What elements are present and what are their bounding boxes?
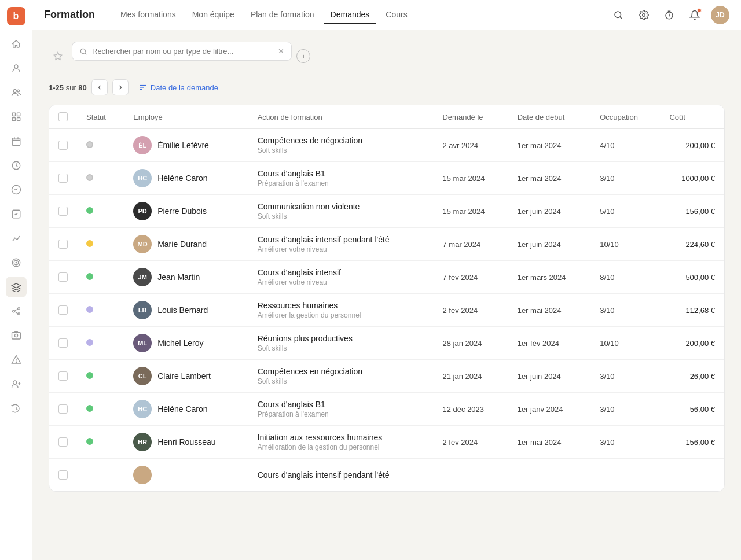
status-dot xyxy=(86,273,93,280)
training-title: Cours d'anglais intensif pendant l'été xyxy=(258,470,424,480)
table-row[interactable]: ML Michel Leroy Réunions plus productive… xyxy=(49,327,724,360)
sidebar-item-alert[interactable] xyxy=(6,349,27,370)
sidebar-item-training[interactable] xyxy=(6,277,27,297)
row-checkbox[interactable] xyxy=(58,338,68,348)
notification-button[interactable] xyxy=(685,6,704,24)
table-row[interactable]: CL Claire Lambert Compétences en négocia… xyxy=(49,360,724,393)
row-checkbox[interactable] xyxy=(58,240,68,249)
svg-rect-6 xyxy=(17,118,20,121)
nav-mon-equipe[interactable]: Mon équipe xyxy=(185,6,241,24)
nav-demandes[interactable]: Demandes xyxy=(324,6,377,24)
svg-line-33 xyxy=(85,53,87,54)
row-checkbox[interactable] xyxy=(58,437,68,447)
table-row[interactable]: MD Marie Durand Cours d'anglais intensif… xyxy=(49,228,724,261)
employee-avatar: MD xyxy=(133,235,152,253)
svg-line-28 xyxy=(620,17,622,19)
nav-cours[interactable]: Cours xyxy=(379,6,414,24)
table-row[interactable]: JM Jean Martin Cours d'anglais intensif … xyxy=(49,261,724,294)
topnav-actions: JD xyxy=(609,6,729,24)
sidebar-item-user-add[interactable] xyxy=(6,374,27,395)
start-date: 1er mai 2024 xyxy=(508,294,591,327)
sidebar-item-group[interactable] xyxy=(6,82,27,103)
cost-value: 156,00 € xyxy=(660,426,724,459)
select-all-checkbox[interactable] xyxy=(58,112,68,121)
sidebar-item-check[interactable] xyxy=(6,204,27,224)
sort-button[interactable]: Date de la demande xyxy=(133,80,224,95)
occupation-value: 8/10 xyxy=(590,261,660,294)
pagination-next[interactable] xyxy=(112,79,129,95)
table-row[interactable]: ÉL Émilie Lefèvre Compétences de négocia… xyxy=(49,129,724,162)
start-date: 1er juin 2024 xyxy=(508,228,591,261)
row-checkbox[interactable] xyxy=(58,141,68,150)
sidebar: b xyxy=(0,0,32,560)
row-checkbox[interactable] xyxy=(58,305,68,315)
row-checkbox[interactable] xyxy=(58,174,68,183)
search-icon xyxy=(79,47,87,56)
employee-cell: HC Hélène Caron xyxy=(133,169,239,187)
cost-value: 56,00 € xyxy=(660,393,724,426)
settings-button[interactable] xyxy=(634,6,653,24)
training-subtitle: Soft skills xyxy=(258,212,424,220)
sidebar-item-target[interactable] xyxy=(6,252,27,273)
table-row[interactable]: Cours d'anglais intensif pendant l'été xyxy=(49,459,724,492)
employee-name: Marie Durand xyxy=(157,240,207,249)
search-clear-button[interactable]: ✕ xyxy=(278,47,284,56)
start-date: 1er fév 2024 xyxy=(508,327,591,360)
sidebar-item-photo[interactable] xyxy=(6,325,27,346)
row-checkbox[interactable] xyxy=(58,207,68,216)
table-row[interactable]: HR Henri Rousseau Initiation aux ressour… xyxy=(49,426,724,459)
requested-date: 15 mar 2024 xyxy=(433,162,508,195)
user-avatar[interactable]: JD xyxy=(711,6,729,24)
info-button[interactable]: i xyxy=(296,49,310,63)
cost-value: 112,68 € xyxy=(660,294,724,327)
nav-plan-de-formation[interactable]: Plan de formation xyxy=(244,6,321,24)
svg-point-32 xyxy=(80,49,85,53)
status-dot xyxy=(86,174,93,181)
sidebar-item-grid[interactable] xyxy=(6,106,27,127)
col-occupation: Occupation xyxy=(590,105,660,129)
sidebar-item-clock[interactable] xyxy=(6,179,27,200)
employee-name: Henri Rousseau xyxy=(157,437,215,447)
col-action: Action de formation xyxy=(248,105,434,129)
training-subtitle: Soft skills xyxy=(258,377,424,385)
requested-date: 12 déc 2023 xyxy=(433,393,508,426)
pagination-prev[interactable] xyxy=(91,79,108,95)
training-title: Compétences de négociation xyxy=(258,136,424,145)
status-dot xyxy=(86,306,93,313)
cost-value: 500,00 € xyxy=(660,261,724,294)
app-logo[interactable]: b xyxy=(7,7,25,25)
sidebar-item-home[interactable] xyxy=(6,34,27,54)
status-dot xyxy=(86,372,93,379)
search-button[interactable] xyxy=(609,6,628,24)
requested-date: 15 mar 2024 xyxy=(433,195,508,228)
nav-links: Mes formations Mon équipe Plan de format… xyxy=(113,6,595,24)
nav-mes-formations[interactable]: Mes formations xyxy=(113,6,183,24)
favorite-button[interactable] xyxy=(49,47,67,65)
status-dot xyxy=(86,405,93,412)
svg-point-2 xyxy=(17,90,19,92)
row-checkbox[interactable] xyxy=(58,272,68,282)
row-checkbox[interactable] xyxy=(58,470,68,480)
svg-rect-4 xyxy=(17,113,20,116)
table-row[interactable]: HC Hélène Caron Cours d'anglais B1 Prépa… xyxy=(49,162,724,195)
table-row[interactable]: HC Hélène Caron Cours d'anglais B1 Prépa… xyxy=(49,393,724,426)
row-checkbox[interactable] xyxy=(58,371,68,381)
sidebar-item-history[interactable] xyxy=(6,155,27,176)
training-subtitle: Amélioration de la gestion du personnel xyxy=(258,443,424,451)
row-checkbox[interactable] xyxy=(58,404,68,414)
start-date: 1er mai 2024 xyxy=(508,426,591,459)
svg-point-14 xyxy=(17,308,20,310)
timer-button[interactable] xyxy=(660,6,678,24)
svg-point-0 xyxy=(14,65,18,68)
table-row[interactable]: PD Pierre Dubois Communication non viole… xyxy=(49,195,724,228)
sidebar-item-person[interactable] xyxy=(6,58,27,79)
occupation-value: 3/10 xyxy=(590,360,660,393)
employee-name: Pierre Dubois xyxy=(157,207,207,216)
sidebar-item-calendar[interactable] xyxy=(6,131,27,152)
sidebar-item-connect[interactable] xyxy=(6,301,27,322)
table-row[interactable]: LB Louis Bernard Ressources humaines Amé… xyxy=(49,294,724,327)
sidebar-item-history2[interactable] xyxy=(6,398,27,419)
pagination-range: 1-25 sur 80 xyxy=(49,83,87,92)
search-input[interactable] xyxy=(92,47,273,56)
sidebar-item-chart[interactable] xyxy=(6,228,27,249)
